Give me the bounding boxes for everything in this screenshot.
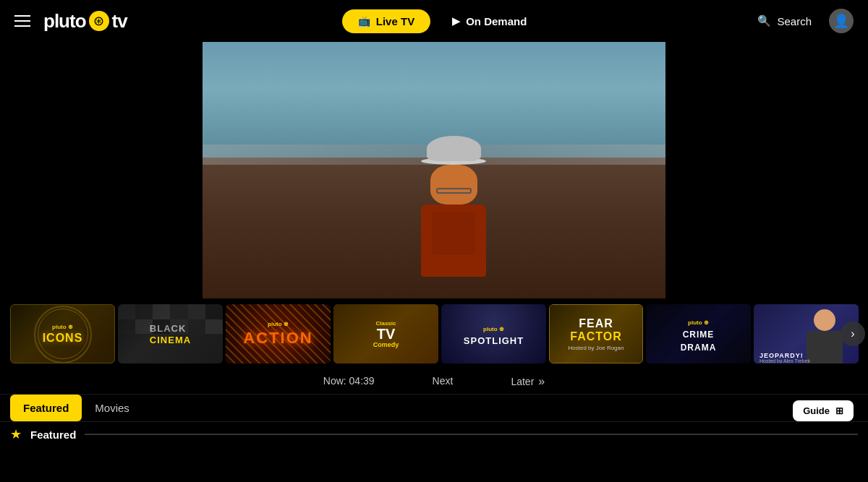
search-label: Search <box>777 15 812 27</box>
later-icon: » <box>538 375 545 388</box>
logo-text: pluto <box>43 10 86 33</box>
guide-label: Guide <box>803 405 830 416</box>
user-avatar[interactable]: 👤 <box>829 9 854 33</box>
guide-row: Now: 04:39 Next Later » <box>0 369 868 394</box>
next-time: Next <box>433 375 454 388</box>
channel-card-icons[interactable]: pluto ⊛ ICONS <box>10 304 115 363</box>
channels-strip: pluto ⊛ ICONS BLACK CINEMA pluto ⊛ ACTIO… <box>0 298 868 369</box>
search-icon: 🔍 <box>757 14 771 27</box>
live-tv-button[interactable]: 📺 Live TV <box>342 9 430 33</box>
hamburger-menu[interactable] <box>14 15 30 27</box>
featured-divider <box>85 434 858 435</box>
channel-card-spotlight[interactable]: pluto ⊛ SPOTLIGHT <box>441 304 546 363</box>
on-demand-button[interactable]: ▶ On Demand <box>436 9 542 33</box>
spotlight-label: SPOTLIGHT <box>464 335 524 346</box>
channel-card-crime-drama[interactable]: pluto ⊛ CRIMEDRAMA <box>646 304 751 363</box>
header: pluto ⊛ tv 📺 Live TV ▶ On Demand 🔍 Searc… <box>0 0 868 42</box>
logo-tv: tv <box>112 10 127 33</box>
crime-drama-label: CRIMEDRAMA <box>681 330 717 353</box>
guide-times: Now: 04:39 Next Later » <box>294 375 574 388</box>
logo-saturn-icon: ⊛ <box>89 11 109 31</box>
channel-card-action[interactable]: pluto ⊛ ACTION <box>226 304 331 363</box>
channel-card-fear-factor[interactable]: Fear Factor Hosted by Joe Rogan <box>549 304 643 363</box>
live-tv-label: Live TV <box>376 15 414 27</box>
pluto-logo: pluto ⊛ tv <box>43 10 127 33</box>
user-icon: 👤 <box>833 13 849 29</box>
on-demand-label: On Demand <box>466 15 527 27</box>
featured-section-label: Featured <box>30 429 76 441</box>
header-right: 🔍 Search 👤 <box>757 9 854 33</box>
featured-row: ★ Featured <box>0 421 868 447</box>
channels-next-button[interactable]: › <box>841 322 865 346</box>
header-nav: 📺 Live TV ▶ On Demand <box>342 9 543 33</box>
bottom-section: Featured Movies ★ Featured Guide ⊞ <box>0 394 868 447</box>
fear-factor-label: Fear <box>569 317 624 330</box>
video-section: 🔇 <box>0 42 868 298</box>
channel-card-black-cinema[interactable]: BLACK CINEMA <box>118 304 223 363</box>
chevron-right-icon: › <box>851 327 854 340</box>
search-button[interactable]: 🔍 Search <box>757 14 812 27</box>
video-player[interactable] <box>203 42 665 298</box>
tab-movies[interactable]: Movies <box>82 395 142 421</box>
tv-icon: 📺 <box>358 15 370 27</box>
star-icon: ★ <box>10 426 22 442</box>
tab-featured[interactable]: Featured <box>10 395 82 421</box>
channel-card-classic-tv[interactable]: Classic TV Comedy <box>333 304 438 363</box>
tab-bar: Featured Movies <box>0 394 868 421</box>
later-time: Later » <box>511 375 545 388</box>
header-left: pluto ⊛ tv <box>14 10 127 33</box>
now-time: Now: 04:39 <box>323 375 375 388</box>
action-label: ACTION <box>243 329 312 348</box>
guide-button[interactable]: Guide ⊞ <box>793 400 854 421</box>
play-icon: ▶ <box>452 15 460 27</box>
guide-icon: ⊞ <box>835 405 843 416</box>
